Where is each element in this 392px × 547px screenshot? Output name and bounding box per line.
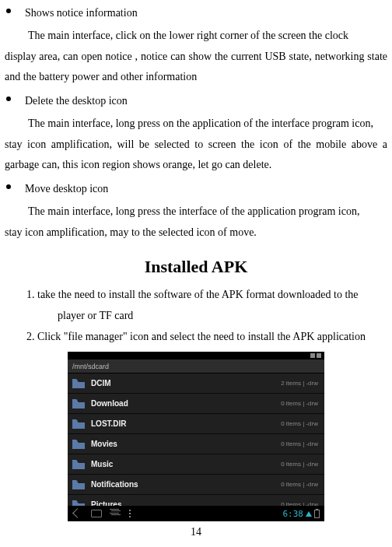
bullet-dot-icon	[6, 9, 11, 13]
file-name: LOST.DIR	[91, 419, 281, 428]
folder-icon	[72, 439, 85, 450]
file-meta: 0 items | -drw	[281, 481, 318, 488]
file-name: Download	[91, 399, 281, 408]
file-meta: 2 items | -drw	[281, 380, 318, 387]
page: Shows notice information The main interf…	[0, 3, 392, 538]
clock-area[interactable]: 6:38	[283, 509, 320, 519]
bullet-title: Shows notice information	[25, 3, 138, 23]
bullet-item: Delete the desktop icon	[5, 91, 387, 110]
bullet-dot-icon	[6, 184, 11, 189]
page-number: 14	[5, 526, 387, 538]
paragraph: stay icon amplification, may to the sele…	[5, 223, 387, 244]
back-button[interactable]	[72, 509, 83, 518]
bullet-item: Shows notice information	[5, 3, 387, 23]
home-button[interactable]	[91, 510, 102, 517]
folder-icon	[72, 479, 85, 490]
file-list: DCIM 2 items | -drw Download 0 items | -…	[68, 373, 324, 515]
current-path: /mnt/sdcard	[72, 363, 109, 370]
file-name: DCIM	[91, 379, 281, 387]
file-meta: 0 items | -drw	[281, 461, 318, 468]
file-row[interactable]: Download 0 items | -drw	[68, 394, 324, 414]
status-icon	[317, 353, 321, 358]
folder-icon	[72, 459, 85, 470]
nav-bar: 6:38	[68, 506, 324, 521]
file-meta: 0 items | -drw	[281, 420, 318, 427]
file-row[interactable]: Notifications 0 items | -drw	[68, 475, 324, 495]
file-manager-screenshot: /mnt/sdcard DCIM 2 items | -drw Download…	[68, 352, 324, 521]
file-name: Movies	[91, 440, 281, 448]
status-bar	[68, 352, 324, 359]
file-name: Music	[91, 460, 281, 468]
file-meta: 0 items | -drw	[281, 440, 318, 447]
list-item: 1. take the need to install the software…	[26, 285, 387, 306]
folder-icon	[72, 419, 85, 430]
battery-icon	[314, 510, 320, 518]
wifi-icon	[306, 511, 312, 517]
file-row[interactable]: Music 0 items | -drw	[68, 454, 324, 475]
status-icon	[310, 353, 315, 358]
paragraph: stay icon amplification, will be selecte…	[5, 135, 387, 176]
numbered-list: 1. take the need to install the software…	[5, 285, 387, 347]
file-meta: 0 items | -drw	[281, 400, 318, 407]
paragraph: The main interface, long press on the ap…	[5, 114, 387, 135]
file-row[interactable]: DCIM 2 items | -drw	[68, 373, 324, 394]
list-item: 2. Click "file manager" icon and select …	[26, 327, 387, 348]
file-row[interactable]: LOST.DIR 0 items | -drw	[68, 414, 324, 434]
list-item-continuation: player or TF card	[26, 306, 387, 327]
section-heading: Installed APK	[5, 257, 387, 277]
path-bar[interactable]: /mnt/sdcard	[68, 359, 324, 373]
paragraph: The main interface, long press the inter…	[5, 202, 387, 223]
bullet-title: Move desktop icon	[25, 179, 108, 198]
file-row[interactable]: Movies 0 items | -drw	[68, 434, 324, 454]
recent-apps-button[interactable]	[110, 509, 121, 518]
bullet-title: Delete the desktop icon	[25, 91, 128, 110]
clock-time: 6:38	[283, 509, 304, 519]
menu-button[interactable]	[128, 509, 131, 518]
bullet-item: Move desktop icon	[5, 179, 387, 198]
folder-icon	[72, 398, 85, 409]
paragraph: The main interface, click on the lower r…	[5, 26, 387, 47]
paragraph: display area, can open notice , notice c…	[5, 47, 387, 88]
folder-icon	[72, 378, 85, 389]
bullet-dot-icon	[6, 96, 11, 101]
file-name: Notifications	[91, 480, 281, 489]
